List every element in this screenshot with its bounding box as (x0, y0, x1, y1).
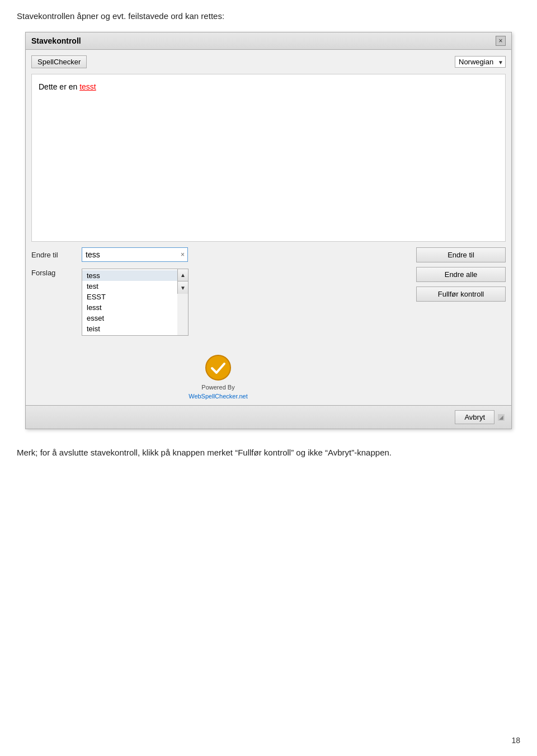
svg-point-0 (206, 355, 230, 380)
close-button[interactable]: × (496, 36, 506, 46)
language-select-wrapper: Norwegian English (455, 56, 506, 68)
controls-row: Endre til × Forslag tess test (31, 247, 506, 400)
resize-handle[interactable]: ◢ (498, 414, 505, 421)
left-controls: Endre til × Forslag tess test (31, 247, 405, 400)
endre-til-label: Endre til (31, 251, 76, 259)
scroll-buttons: ▲ ▼ (177, 269, 188, 294)
text-prefix: Dette er en (39, 82, 79, 91)
stavekontroll-dialog: Stavekontroll × SpellChecker Norwegian E… (25, 32, 512, 429)
endre-til-input[interactable] (82, 247, 188, 262)
dialog-body: SpellChecker Norwegian English Dette er … (26, 50, 511, 405)
intro-text: Stavekontrollen åpner og evt. feilstaved… (17, 11, 520, 21)
list-item[interactable]: teist (82, 323, 177, 334)
forslag-row: Forslag tess test ESST lesst esset teist (31, 269, 405, 336)
input-with-clear: × (82, 247, 188, 262)
fullfor-kontroll-button[interactable]: Fullfør kontroll (416, 287, 506, 302)
suggestions-wrapper: tess test ESST lesst esset teist ▲ ▼ (82, 269, 189, 336)
logo-area: Powered By WebSpellChecker.net (31, 354, 405, 400)
list-item[interactable]: tess (82, 270, 177, 281)
suggestions-list: tess test ESST lesst esset teist (82, 269, 177, 335)
text-display-area: Dette er en tesst (31, 74, 506, 242)
scroll-down-button[interactable]: ▼ (178, 281, 188, 294)
clear-icon[interactable]: × (181, 251, 185, 259)
powered-by-text: Powered By (201, 384, 234, 391)
list-item[interactable]: ESST (82, 292, 177, 302)
outro-text: Merk; for å avslutte stavekontroll, klik… (17, 446, 520, 459)
language-select[interactable]: Norwegian English (455, 56, 506, 68)
wsc-logo-icon (204, 354, 232, 382)
endre-til-row: Endre til × (31, 247, 405, 262)
list-item[interactable]: esset (82, 313, 177, 323)
spellchecker-button[interactable]: SpellChecker (31, 55, 87, 68)
scroll-up-button[interactable]: ▲ (178, 269, 188, 281)
spellchecker-bar: SpellChecker Norwegian English (31, 55, 506, 68)
misspelled-word: tesst (79, 82, 96, 91)
list-item[interactable]: test (82, 281, 177, 292)
right-buttons: Endre til Endre alle Fullfør kontroll (416, 247, 506, 302)
list-item[interactable]: lesst (82, 302, 177, 313)
dialog-titlebar: Stavekontroll × (26, 32, 511, 50)
avbryt-button[interactable]: Avbryt (455, 410, 494, 424)
forslag-label: Forslag (31, 269, 76, 277)
page-number: 18 (511, 736, 520, 745)
wsc-link[interactable]: WebSpellChecker.net (189, 393, 248, 400)
dialog-title: Stavekontroll (31, 36, 81, 45)
dialog-footer: Avbryt ◢ (26, 405, 511, 429)
endre-til-button[interactable]: Endre til (416, 247, 506, 262)
endre-alle-button[interactable]: Endre alle (416, 267, 506, 282)
